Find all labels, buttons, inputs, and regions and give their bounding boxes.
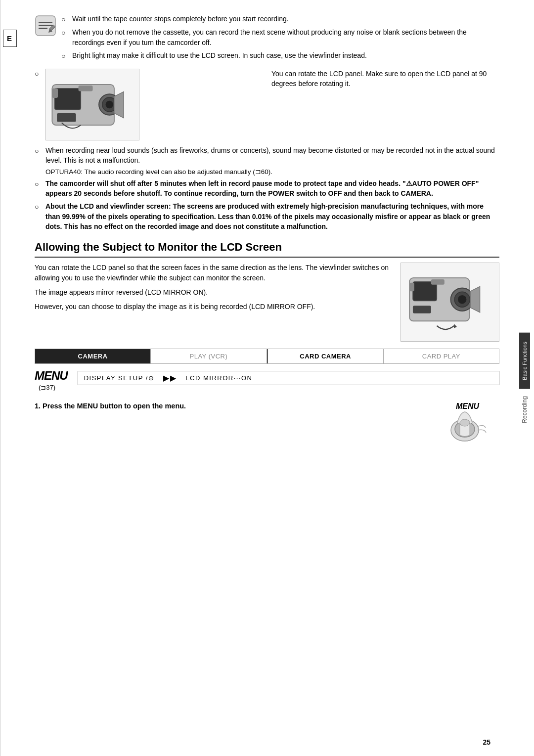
- top-bullets: ○ Wait until the tape counter stops comp…: [61, 14, 499, 64]
- subject-para-1: You can rotate the LCD panel so that the…: [35, 263, 391, 283]
- bullet-text-4: When recording near loud sounds (such as…: [45, 145, 499, 166]
- svg-rect-2: [39, 25, 52, 26]
- sidebar-bar-basic: Basic Functions: [519, 333, 530, 389]
- press-menu-text: 1. Press the MENU button to open the men…: [35, 398, 415, 410]
- svg-text:MENU: MENU: [456, 402, 480, 410]
- svg-rect-5: [54, 88, 81, 109]
- camera-section: ○: [35, 69, 499, 140]
- optura-note: OPTURA40: The audio recording level can …: [45, 168, 499, 176]
- subject-para-3: However, you can choose to display the i…: [35, 302, 391, 312]
- bold-bullet-circle-1: ○: [35, 179, 43, 189]
- top-note-icon-row: ○ Wait until the tape counter stops comp…: [35, 14, 499, 64]
- mode-bar: CAMERA PLAY (VCR) CARD CAMERA CARD PLAY: [35, 349, 499, 364]
- subject-para-2: The image appears mirror reversed (LCD M…: [35, 287, 391, 298]
- mode-card-play: CARD PLAY: [384, 349, 499, 363]
- svg-point-8: [105, 100, 113, 108]
- bullet-circle-2: ○: [61, 28, 69, 38]
- side-tab-e: E: [0, 0, 19, 756]
- bullet-text-2: When you do not remove the cassette, you…: [72, 27, 499, 47]
- bold-bullet-2: ○ About the LCD and viewfinder screen: T…: [35, 201, 499, 231]
- menu-display-box: DISPLAY SETUP /⊙ ▶▶ LCD MIRROR···ON: [78, 371, 499, 385]
- camera-image-box: [45, 69, 139, 140]
- bullet-circle-cam: ○: [35, 70, 43, 78]
- bullet-item-4: ○ When recording near loud sounds (such …: [35, 145, 499, 166]
- svg-rect-10: [78, 86, 92, 91]
- svg-rect-17: [412, 306, 431, 314]
- mode-camera: CAMERA: [35, 349, 151, 363]
- subject-section: You can rotate the LCD panel so that the…: [35, 263, 499, 342]
- bullet-item-3: ○ Bright light may make it difficult to …: [61, 50, 499, 61]
- sidebar-labels: Basic Functions Recording: [519, 333, 530, 423]
- svg-point-16: [458, 295, 466, 304]
- bullet-text-3: Bright light may make it difficult to us…: [72, 50, 499, 60]
- section-heading: Allowing the Subject to Monitor the LCD …: [35, 240, 499, 258]
- bullet-circle-4: ○: [35, 146, 43, 156]
- page-number: 25: [483, 738, 490, 746]
- right-sidebar: Basic Functions Recording: [515, 0, 534, 756]
- subject-image-box: [400, 263, 499, 342]
- menu-display-arrow: ▶▶: [163, 373, 177, 383]
- svg-marker-20: [454, 324, 457, 328]
- bullet-item-1: ○ Wait until the tape counter stops comp…: [61, 14, 499, 24]
- mode-play-vcr: PLAY (VCR): [151, 349, 267, 363]
- tab-e-label: E: [3, 30, 17, 47]
- bold-bullet-1: ○ The camcorder will shut off after 5 mi…: [35, 178, 499, 199]
- note-icon: [35, 15, 56, 37]
- bold-bullet-text-1: The camcorder will shut off after 5 minu…: [45, 178, 499, 199]
- sidebar-recording-label: Recording: [521, 396, 528, 423]
- bullet-item-2: ○ When you do not remove the cassette, y…: [61, 27, 499, 47]
- menu-display-right: LCD MIRROR···ON: [185, 374, 252, 382]
- svg-rect-1: [39, 22, 52, 23]
- svg-point-24: [460, 419, 470, 426]
- bullet-circle-3: ○: [61, 51, 69, 61]
- step1-text: 1. Press the MENU button to open the men…: [35, 402, 415, 410]
- camera-note-text: You can rotate the LCD panel. Make sure …: [263, 69, 499, 89]
- bold-bullet-text-2: About the LCD and viewfinder screen: The…: [45, 201, 499, 231]
- main-content: ○ Wait until the tape counter stops comp…: [19, 0, 515, 756]
- menu-logo: MENU: [35, 369, 68, 383]
- mode-card-camera: CARD CAMERA: [268, 349, 384, 363]
- sidebar-basic-label: Basic Functions: [522, 342, 528, 380]
- menu-icon-box: MENU: [430, 398, 499, 452]
- menu-ref: (⊐37): [39, 384, 55, 391]
- subject-text: You can rotate the LCD panel so that the…: [35, 263, 391, 312]
- svg-rect-9: [57, 113, 76, 122]
- menu-logo-ref: MENU (⊐37): [35, 369, 73, 391]
- press-menu-section: 1. Press the MENU button to open the men…: [35, 398, 499, 452]
- menu-display-left: DISPLAY SETUP /⊙: [84, 374, 155, 382]
- svg-rect-3: [39, 28, 47, 29]
- menu-section: MENU (⊐37) DISPLAY SETUP /⊙ ▶▶ LCD MIRRO…: [35, 369, 499, 391]
- svg-rect-18: [431, 279, 444, 285]
- bullet-text-1: Wait until the tape counter stops comple…: [72, 14, 499, 24]
- svg-rect-19: [409, 283, 414, 291]
- page-wrapper: E ○ Wait until the tape counter stop: [0, 0, 534, 756]
- bold-bullet-circle-2: ○: [35, 202, 43, 212]
- bullet-circle-1: ○: [61, 14, 69, 24]
- svg-rect-11: [52, 88, 58, 97]
